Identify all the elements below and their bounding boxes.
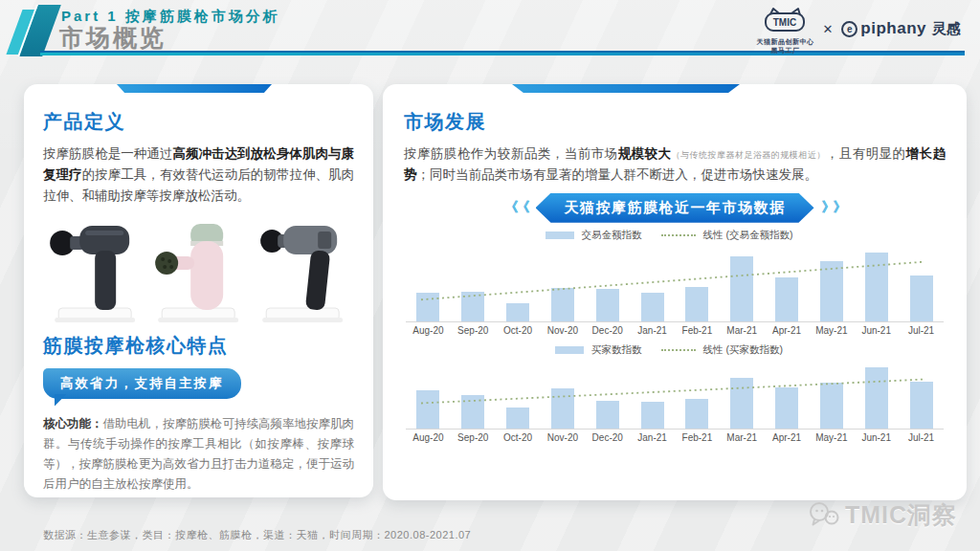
x-tick-label: Aug-20 [406, 325, 451, 336]
core-function-text: 核心功能：借助电机，按摩筋膜枪可持续高频率地按摩肌肉群。与传统手动操作的按摩工具… [43, 414, 354, 496]
text-segment: 按摩筋膜枪是一种通过 [43, 146, 172, 161]
tmic-subtitle-2: 黑马工厂 [756, 47, 813, 55]
trendline [406, 246, 944, 321]
chart-plot [406, 246, 944, 322]
watermark-text: TMIC洞察 [845, 499, 957, 531]
chart-plot [406, 361, 944, 430]
chart-legend: 交易金额指数线性 (交易金额指数) [404, 229, 946, 242]
legend-trend-swatch [661, 234, 696, 236]
market-development-card: 市场发展 按摩筋膜枪作为较新品类，当前市场规模较大（与传统按摩器材足浴器的规模相… [383, 84, 967, 500]
badge-left-chevrons: 《《 [505, 199, 528, 216]
brand-logos: TMIC 天猫新品创新中心 黑马工厂 ✕ e piphany 灵感 [756, 7, 961, 55]
massage-gun-image-pink [146, 212, 250, 329]
x-tick-label: Jul-21 [899, 432, 944, 443]
x-tick-label: Apr-21 [765, 325, 810, 336]
x-tick-label: Jun-21 [854, 432, 899, 443]
data-source-note: 数据源：生意参谋，类目：按摩枪、筋膜枪，渠道：天猫，时间周期：2020.08-2… [43, 528, 471, 542]
market-development-text: 按摩筋膜枪作为较新品类，当前市场规模较大（与传统按摩器材足浴器的规模相近），且有… [404, 143, 946, 186]
text-segment: 规模较大 [618, 146, 672, 161]
x-tick-label: May-21 [809, 325, 854, 336]
x-tick-label: Aug-20 [406, 432, 451, 443]
x-tick-label: Apr-21 [765, 432, 810, 443]
x-tick-label: May-21 [809, 432, 854, 443]
x-tick-label: Dec-20 [585, 432, 630, 443]
x-tick-label: Feb-21 [675, 325, 720, 336]
chart-title-badge: 天猫按摩筋膜枪近一年市场数据 [536, 193, 814, 223]
product-images-row [43, 212, 354, 329]
buyer-index-chart: 买家数指数线性 (买家数指数)Aug-20Sep-20Oct-20Nov-20D… [404, 343, 946, 443]
massage-gun-image-dark [43, 212, 146, 329]
x-tick-label: Oct-20 [496, 432, 541, 443]
product-definition-card: 产品定义 按摩筋膜枪是一种通过高频冲击达到放松身体肌肉与康复理疗的按摩工具，有效… [24, 84, 373, 497]
epiphany-cn-name: 灵感 [932, 20, 961, 38]
x-tick-label: Jul-21 [899, 325, 944, 336]
product-definition-text: 按摩筋膜枪是一种通过高频冲击达到放松身体肌肉与康复理疗的按摩工具，有效替代运动后… [43, 143, 354, 207]
market-development-body: 市场发展 按摩筋膜枪作为较新品类，当前市场规模较大（与传统按摩器材足浴器的规模相… [383, 84, 967, 500]
x-tick-label: Nov-20 [540, 432, 585, 443]
legend-trend-swatch [661, 349, 696, 351]
product-definition-body: 产品定义 按摩筋膜枪是一种通过高频冲击达到放松身体肌肉与康复理疗的按摩工具，有效… [24, 84, 373, 497]
chart-section-header: 《《 天猫按摩筋膜枪近一年市场数据 》》 [404, 193, 946, 223]
x-tick-label: Mar-21 [720, 325, 765, 336]
wechat-icon [807, 501, 841, 530]
feature-bubble: 高效省力，支持自主按摩 [43, 368, 241, 399]
x-tick-label: Jan-21 [630, 325, 675, 336]
feature-bubble-text: 高效省力，支持自主按摩 [60, 376, 224, 390]
epiphany-logo: e piphany 灵感 [841, 19, 961, 38]
x-tick-label: Mar-21 [720, 432, 765, 443]
product-definition-title: 产品定义 [43, 109, 354, 135]
epiphany-e-icon: e [841, 21, 858, 37]
legend-trend-label: 线性 (买家数指数) [703, 343, 783, 357]
legend-bar-swatch [546, 231, 574, 239]
legend-bar-swatch [555, 346, 584, 354]
transaction-index-chart: 交易金额指数线性 (交易金额指数)Aug-20Sep-20Oct-20Nov-2… [404, 229, 946, 336]
legend-trend-label: 线性 (交易金额指数) [703, 229, 793, 242]
x-tick-label: Dec-20 [585, 325, 630, 336]
x-tick-label: Jan-21 [630, 432, 675, 443]
watermark: TMIC洞察 [807, 499, 957, 531]
x-tick-label: Jun-21 [854, 325, 899, 336]
trendline [406, 361, 944, 429]
x-tick-label: Sep-20 [451, 325, 496, 336]
chart-legend: 买家数指数线性 (买家数指数) [404, 343, 946, 357]
collab-cross-icon: ✕ [822, 22, 833, 36]
legend-series-label: 买家数指数 [591, 343, 642, 357]
tmic-logo-block: TMIC 天猫新品创新中心 黑马工厂 [756, 7, 813, 55]
text-segment: ，且有明显的 [826, 146, 906, 161]
tmic-cat-logo-icon: TMIC [760, 7, 810, 33]
x-tick-label: Nov-20 [540, 325, 585, 336]
text-segment: 按摩筋膜枪作为较新品类，当前市场 [404, 146, 618, 161]
x-axis-labels: Aug-20Sep-20Oct-20Nov-20Dec-20Jan-21Feb-… [406, 325, 944, 336]
massage-gun-image-gray [251, 212, 354, 329]
market-development-title: 市场发展 [404, 109, 946, 135]
badge-right-chevrons: 》》 [822, 199, 845, 216]
text-segment: （与传统按摩器材足浴器的规模相近） [672, 150, 826, 160]
x-tick-label: Sep-20 [451, 432, 496, 443]
legend-series-label: 交易金额指数 [582, 229, 642, 242]
tmic-subtitle-1: 天猫新品创新中心 [756, 38, 813, 47]
core-features-title: 筋膜按摩枪核心特点 [43, 333, 354, 359]
x-axis-labels: Aug-20Sep-20Oct-20Nov-20Dec-20Jan-21Feb-… [406, 432, 944, 443]
epiphany-wordmark: piphany [860, 19, 926, 38]
page-title: 市场概览 [59, 22, 167, 54]
svg-text:TMIC: TMIC [773, 17, 796, 28]
x-tick-label: Oct-20 [496, 325, 541, 336]
x-tick-label: Feb-21 [675, 432, 720, 443]
text-segment: 的按摩工具，有效替代运动后的韧带拉伸、肌肉拉伸、和辅助按摩等按摩放松活动。 [43, 167, 354, 203]
text-segment: 核心功能： [43, 417, 103, 430]
text-segment: ；同时当前品类市场有显著的增量人群不断进入，促进市场快速发展。 [417, 167, 818, 182]
